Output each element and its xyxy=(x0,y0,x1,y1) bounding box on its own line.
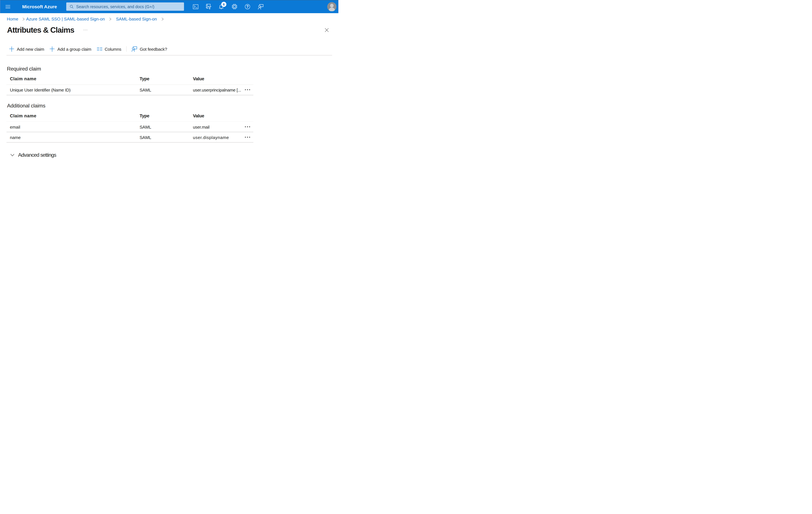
svg-text:?: ? xyxy=(246,4,249,9)
svg-text:6: 6 xyxy=(223,2,225,6)
